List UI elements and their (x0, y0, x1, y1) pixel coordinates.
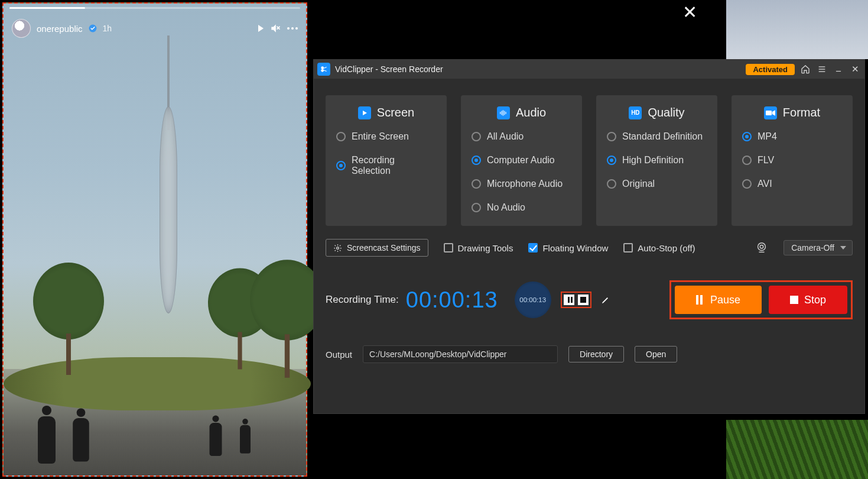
opt-avi[interactable]: AVI (742, 179, 842, 189)
svg-marker-16 (772, 110, 775, 115)
activated-badge: Activated (746, 64, 795, 75)
screencast-settings-button[interactable]: Screencast Settings (326, 239, 428, 257)
mini-stop-button[interactable] (578, 294, 589, 305)
hd-icon: HD (629, 106, 642, 119)
main-buttons-highlight: Pause Stop (669, 280, 853, 319)
opt-recording-selection[interactable]: Recording Selection (336, 155, 436, 176)
screen-icon (358, 106, 371, 119)
output-path-input[interactable] (363, 345, 558, 363)
svg-rect-10 (500, 112, 500, 114)
menu-icon[interactable] (816, 63, 828, 75)
opt-all-audio[interactable]: All Audio (472, 131, 571, 142)
panel-title: Audio (516, 106, 546, 119)
stop-icon (790, 296, 798, 304)
opt-entire-screen[interactable]: Entire Screen (336, 131, 436, 142)
open-button[interactable]: Open (635, 346, 677, 363)
opt-flv[interactable]: FLV (742, 155, 842, 166)
mini-pause-button[interactable] (564, 294, 574, 305)
svg-marker-9 (363, 111, 367, 115)
more-icon[interactable] (287, 27, 298, 30)
story-progress (9, 7, 300, 9)
pause-button[interactable]: Pause (675, 286, 762, 314)
panel-title: Quality (648, 106, 684, 119)
avatar[interactable] (12, 19, 31, 38)
story-username[interactable]: onerepublic (37, 24, 83, 34)
recording-time-value: 00:00:13 (406, 287, 498, 313)
panel-quality: HDQuality Standard Definition High Defin… (596, 95, 717, 226)
opt-microphone-audio[interactable]: Microphone Audio (472, 179, 571, 189)
svg-point-19 (760, 245, 763, 248)
auto-stop-checkbox[interactable]: Auto-Stop (off) (623, 243, 695, 253)
minimize-icon[interactable] (833, 63, 844, 75)
mute-icon[interactable] (269, 22, 281, 34)
gear-icon (333, 244, 342, 253)
svg-point-4 (321, 69, 324, 72)
home-icon[interactable] (799, 63, 811, 75)
video-icon (764, 106, 777, 119)
pause-icon (696, 295, 704, 305)
svg-rect-12 (503, 110, 503, 115)
svg-point-3 (321, 66, 324, 69)
svg-rect-15 (766, 111, 772, 115)
svg-rect-14 (505, 112, 506, 114)
app-logo (317, 63, 330, 76)
panel-title: Format (783, 106, 820, 119)
floating-window-checkbox[interactable]: Floating Window (528, 243, 608, 253)
opt-high-definition[interactable]: High Definition (607, 155, 707, 166)
recording-time-label: Recording Time: (326, 294, 399, 306)
webcam-icon[interactable] (755, 241, 768, 254)
opt-mp4[interactable]: MP4 (742, 131, 842, 142)
opt-no-audio[interactable]: No Audio (472, 202, 571, 213)
svg-point-18 (758, 243, 766, 251)
opt-standard-definition[interactable]: Standard Definition (607, 131, 707, 142)
opt-original[interactable]: Original (607, 179, 707, 189)
verified-icon (89, 24, 97, 33)
vidclipper-window: VidClipper - Screen Recorder Activated ✕… (313, 59, 865, 414)
directory-button[interactable]: Directory (568, 346, 624, 363)
window-close-icon[interactable]: ✕ (849, 63, 861, 75)
svg-rect-13 (504, 111, 505, 115)
bg-sky-strip (726, 0, 868, 59)
photo-tower (152, 35, 184, 313)
svg-point-17 (337, 247, 339, 249)
audio-icon (497, 106, 510, 119)
app-title: VidClipper - Screen Recorder (335, 64, 443, 74)
drawing-tools-checkbox[interactable]: Drawing Tools (444, 243, 513, 253)
play-icon[interactable] (258, 25, 264, 32)
instagram-story: onerepublic 1h (2, 2, 307, 477)
edit-icon[interactable] (601, 295, 610, 305)
panel-format: Format MP4 FLV AVI (732, 95, 853, 226)
opt-computer-audio[interactable]: Computer Audio (472, 155, 571, 166)
panel-screen: Screen Entire Screen Recording Selection (326, 95, 447, 226)
titlebar: VidClipper - Screen Recorder Activated ✕ (314, 60, 864, 79)
floating-timer[interactable]: 00:00:13 (515, 281, 551, 318)
output-label: Output (326, 349, 352, 360)
svg-rect-11 (501, 111, 502, 115)
stop-button[interactable]: Stop (769, 286, 847, 314)
close-icon[interactable]: ✕ (682, 4, 697, 21)
mini-controls-highlight (561, 292, 591, 308)
panel-title: Screen (377, 106, 414, 119)
story-age: 1h (103, 24, 112, 33)
bg-grass-strip (726, 420, 868, 479)
camera-select[interactable]: Camera-Off (784, 240, 853, 255)
panel-audio: Audio All Audio Computer Audio Microphon… (461, 95, 582, 226)
